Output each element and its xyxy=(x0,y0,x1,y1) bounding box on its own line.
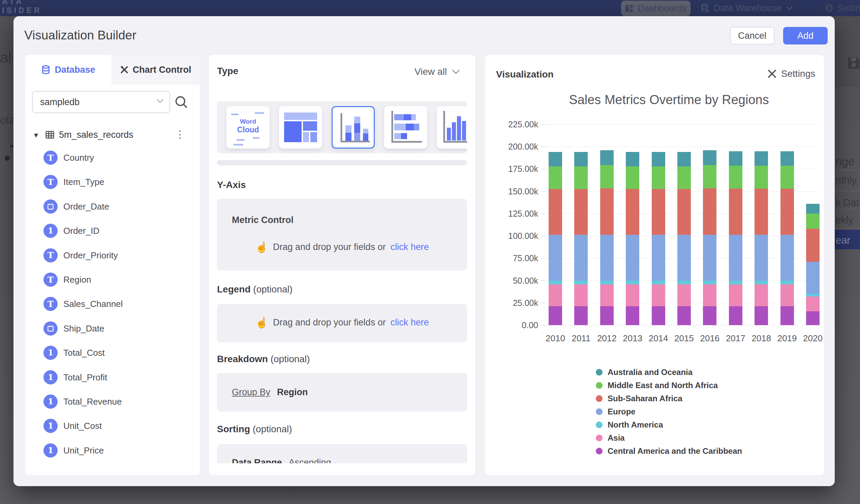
y-axis-tick-label: 25.00k xyxy=(498,298,538,308)
divider xyxy=(835,170,860,171)
bar-2015[interactable] xyxy=(677,152,691,325)
bar-segment xyxy=(652,284,665,306)
view-all-label: View all xyxy=(415,66,447,77)
text-field-icon: T xyxy=(43,150,58,165)
text-field-icon: T xyxy=(43,273,58,287)
bar-2019[interactable] xyxy=(780,151,794,325)
group-by-link[interactable]: Group By xyxy=(232,387,270,398)
legend-item[interactable]: Australia and Oceania xyxy=(596,365,742,379)
legend-item[interactable]: Sub-Saharan Africa xyxy=(596,392,742,405)
field-item-sales-channel[interactable]: TSales_Channel xyxy=(25,296,200,314)
field-item-region[interactable]: TRegion xyxy=(25,272,200,289)
field-item-total-revenue[interactable]: 1Total_Revenue xyxy=(25,394,200,411)
sorting-section-title: Sorting (optional) xyxy=(217,424,292,435)
field-item-ship-date[interactable]: Ship_Date xyxy=(25,321,200,338)
view-all-button[interactable]: View all xyxy=(415,66,460,77)
bar-segment xyxy=(652,235,665,280)
bar-segment xyxy=(703,306,716,325)
legend-item[interactable]: Asia xyxy=(596,431,742,444)
chart-type-treemap[interactable] xyxy=(279,106,322,148)
axis-tick xyxy=(541,303,545,303)
bar-2012[interactable] xyxy=(600,150,614,325)
field-item-order-date[interactable]: Order_Date xyxy=(25,199,200,216)
field-label: Country xyxy=(63,153,94,163)
background-bullet xyxy=(5,156,10,161)
bar-2011[interactable] xyxy=(574,152,588,325)
collapse-caret-icon[interactable]: ▾ xyxy=(34,130,38,140)
bar-segment xyxy=(780,280,794,284)
bar-segment xyxy=(806,262,820,294)
chart-type-scrollbar[interactable] xyxy=(217,160,467,165)
database-select-value: sampledb xyxy=(40,97,80,107)
field-item-order-id[interactable]: 1Order_ID xyxy=(25,223,200,241)
stacked-column-thumb xyxy=(333,108,374,147)
legend-item[interactable]: North America xyxy=(596,418,742,431)
click-here-link[interactable]: click here xyxy=(390,242,429,252)
bar-2017[interactable] xyxy=(729,151,742,325)
bar-segment xyxy=(755,166,768,189)
tab-chart-control[interactable]: Chart Control xyxy=(111,55,200,85)
bar-segment xyxy=(729,189,742,234)
top-navigation-bar: ATAISIDER Dashboards Data Warehouse ⚙ Se… xyxy=(0,0,860,16)
database-select[interactable]: sampledb xyxy=(32,91,170,113)
legend-item[interactable]: Europe xyxy=(596,405,742,418)
add-button[interactable]: Add xyxy=(783,27,828,44)
bar-segment xyxy=(600,165,614,188)
legend-dropzone[interactable]: ☝ Drag and drop your fields or click her… xyxy=(217,304,467,342)
breakdown-box[interactable]: Group By Region xyxy=(217,373,467,412)
chart-type-stacked-column[interactable] xyxy=(332,106,375,148)
bar-segment xyxy=(600,284,614,306)
legend-item[interactable]: Middle East and North Africa xyxy=(596,379,742,392)
field-label: Total_Profit xyxy=(63,372,107,383)
bar-segment xyxy=(780,284,794,306)
app-logo: ATAISIDER xyxy=(2,0,42,15)
bar-segment xyxy=(755,306,768,325)
gear-icon: ⚙ xyxy=(824,3,834,13)
kebab-menu-icon[interactable]: ⋮ xyxy=(175,128,185,140)
bar-segment xyxy=(729,235,742,280)
bar-2010[interactable] xyxy=(549,152,562,325)
chart-type-word-cloud[interactable]: Word Cloud xyxy=(227,106,270,148)
chart-type-stacked-bar[interactable] xyxy=(384,106,427,148)
field-label: Order_ID xyxy=(63,226,99,236)
background-text-fragment: al xyxy=(0,49,13,66)
chart-type-strip: Word Cloud xyxy=(217,101,467,153)
field-label: Ship_Date xyxy=(63,323,104,334)
nav-settings: ⚙ Settings xyxy=(824,0,860,16)
field-item-order-priority[interactable]: TOrder_Priority xyxy=(25,248,200,265)
bar-segment xyxy=(600,306,614,325)
sorting-box[interactable]: Data Range Ascending xyxy=(217,444,467,463)
bar-segment xyxy=(549,284,562,306)
tab-database[interactable]: Database xyxy=(25,55,111,85)
search-button[interactable] xyxy=(174,95,189,110)
table-name[interactable]: 5m_sales_records xyxy=(59,130,133,140)
field-item-unit-cost[interactable]: 1Unit_Cost xyxy=(25,418,200,436)
bar-2016[interactable] xyxy=(703,150,716,325)
bar-segment xyxy=(780,166,794,189)
chart-type-histogram[interactable] xyxy=(437,106,467,148)
field-item-total-profit[interactable]: 1Total_Profit xyxy=(25,370,200,387)
click-here-link[interactable]: click here xyxy=(390,317,429,328)
field-item-total-cost[interactable]: 1Total_Cost xyxy=(25,345,200,362)
bar-segment xyxy=(729,151,742,166)
bar-2013[interactable] xyxy=(626,152,639,325)
y-axis-tick-label: 100.00k xyxy=(498,231,538,241)
tools-icon xyxy=(767,69,777,79)
legend-item[interactable]: Central America and the Caribbean xyxy=(596,444,742,458)
bar-2020[interactable] xyxy=(806,204,820,325)
bar-segment xyxy=(574,152,588,166)
bar-segment xyxy=(806,204,820,214)
x-axis-tick-label: 2014 xyxy=(645,333,672,344)
bar-segment xyxy=(574,167,588,189)
metric-control-dropzone[interactable]: Metric Control ☝ Drag and drop your fiel… xyxy=(217,199,467,271)
settings-button[interactable]: Settings xyxy=(767,68,815,79)
cancel-button[interactable]: Cancel xyxy=(730,27,774,44)
bar-2018[interactable] xyxy=(755,151,768,325)
field-item-unit-price[interactable]: 1Unit_Price xyxy=(25,443,200,460)
field-item-country[interactable]: TCountry xyxy=(25,150,200,168)
breakdown-section-title: Breakdown (optional) xyxy=(217,354,310,364)
axis-tick xyxy=(541,236,545,236)
field-item-item-type[interactable]: TItem_Type xyxy=(25,174,200,192)
bar-2014[interactable] xyxy=(652,152,665,325)
nav-label: Dashboards xyxy=(637,3,687,14)
